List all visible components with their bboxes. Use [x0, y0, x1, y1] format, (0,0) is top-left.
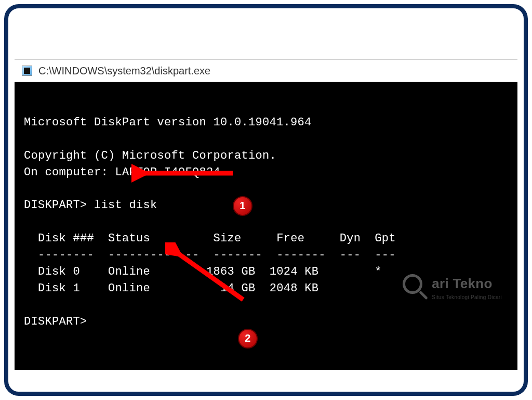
computer-line: On computer: LAPTOP-I4OFQ824: [24, 166, 220, 179]
window-titlebar[interactable]: C:\WINDOWS\system32\diskpart.exe: [15, 59, 517, 82]
r1-disk: Disk 1: [38, 282, 80, 295]
top-padding: [15, 15, 517, 59]
version-line: Microsoft DiskPart version 10.0.19041.96…: [24, 116, 312, 129]
sep-dyn: ---: [340, 249, 361, 262]
r0-gpt: *: [375, 265, 382, 278]
th-gpt: Gpt: [375, 232, 396, 245]
r0-size: 1863 GB: [206, 265, 256, 278]
prompt-1: DISKPART>: [24, 199, 87, 212]
watermark-tagline: Situs Teknologi Paling Dicari: [432, 294, 502, 302]
r0-free: 1024 KB: [270, 265, 319, 278]
terminal-body[interactable]: Microsoft DiskPart version 10.0.19041.96…: [15, 82, 517, 370]
th-free: Free: [276, 232, 304, 245]
r1-size: 14 GB: [220, 282, 256, 295]
command-entered: list disk: [94, 199, 157, 212]
sep-disk: --------: [38, 249, 94, 262]
th-disk: Disk ###: [38, 232, 94, 245]
window-title-text: C:\WINDOWS\system32\diskpart.exe: [38, 65, 210, 77]
r0-disk: Disk 0: [38, 265, 80, 278]
bottom-padding: [15, 370, 517, 385]
card-inner: C:\WINDOWS\system32\diskpart.exe Microso…: [15, 15, 517, 385]
th-size: Size: [214, 232, 242, 245]
sep-status: -------------: [108, 249, 200, 262]
copyright-line: Copyright (C) Microsoft Corporation.: [24, 149, 276, 162]
cmd-window-icon: [22, 66, 32, 76]
callout-number-1: 1: [240, 198, 245, 213]
card-frame: C:\WINDOWS\system32\diskpart.exe Microso…: [4, 4, 528, 396]
th-status: Status: [108, 232, 150, 245]
watermark-brand: ari Tekno: [432, 274, 502, 294]
r1-status: Online: [108, 282, 150, 295]
sep-gpt: ---: [375, 249, 396, 262]
r0-status: Online: [108, 265, 150, 278]
callout-badge-2: 2: [238, 295, 294, 370]
sep-size: -------: [214, 249, 263, 262]
sep-free: -------: [276, 249, 326, 262]
th-dyn: Dyn: [340, 232, 361, 245]
magnifier-icon: [400, 273, 429, 302]
r1-free: 2048 KB: [270, 282, 319, 295]
prompt-2: DISKPART>: [24, 315, 87, 328]
watermark: ari Tekno Situs Teknologi Paling Dicari: [400, 273, 502, 302]
callout-number-2: 2: [245, 331, 250, 346]
